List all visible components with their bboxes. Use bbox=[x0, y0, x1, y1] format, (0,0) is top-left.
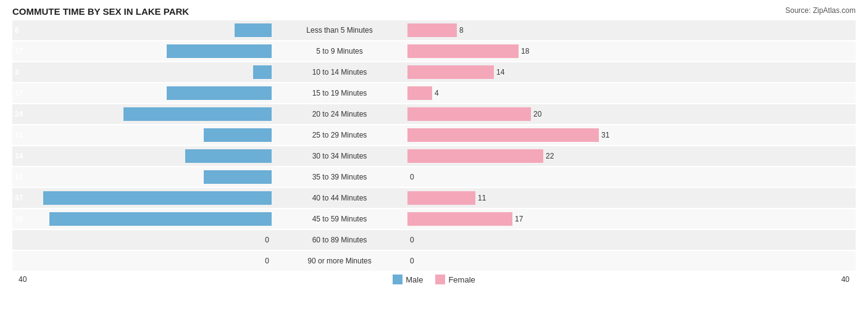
legend-male: Male bbox=[393, 275, 423, 284]
bar-label: 20 to 24 Minutes bbox=[272, 110, 407, 118]
female-value: 11 bbox=[478, 194, 486, 202]
female-value: 31 bbox=[601, 131, 609, 139]
left-section: 24 bbox=[12, 104, 272, 124]
female-bar bbox=[407, 128, 599, 142]
female-value: 0 bbox=[410, 257, 414, 265]
male-value: 11 bbox=[15, 173, 269, 181]
female-label: Female bbox=[448, 275, 475, 284]
female-value: 0 bbox=[410, 173, 414, 181]
female-bar bbox=[407, 86, 432, 100]
bar-label: 5 to 9 Minutes bbox=[272, 47, 407, 56]
female-value: 8 bbox=[459, 26, 464, 35]
female-bar bbox=[407, 107, 531, 121]
right-section: 14 bbox=[407, 62, 856, 82]
left-section: 36 bbox=[12, 209, 272, 229]
bar-row: 1715 to 19 Minutes4 bbox=[12, 83, 856, 103]
female-value: 20 bbox=[533, 110, 541, 118]
bar-label: 60 to 89 Minutes bbox=[272, 236, 407, 244]
bar-row: 090 or more Minutes0 bbox=[12, 251, 856, 271]
male-value: 3 bbox=[15, 68, 269, 76]
female-value: 22 bbox=[546, 152, 554, 160]
female-bar bbox=[407, 149, 543, 163]
bar-label: 15 to 19 Minutes bbox=[272, 89, 407, 97]
right-section: 18 bbox=[407, 41, 856, 61]
male-value: 17 bbox=[15, 47, 269, 56]
right-section: 20 bbox=[407, 104, 856, 124]
bar-label: 45 to 59 Minutes bbox=[272, 215, 407, 223]
female-value: 4 bbox=[435, 89, 439, 97]
female-value: 18 bbox=[521, 47, 529, 56]
left-section: 11 bbox=[12, 167, 272, 187]
right-section: 0 bbox=[407, 230, 856, 250]
male-value: 6 bbox=[15, 26, 269, 35]
axis-left-label: 40 bbox=[19, 275, 37, 284]
bar-row: 2420 to 24 Minutes20 bbox=[12, 104, 856, 124]
female-bar bbox=[407, 65, 494, 79]
left-section: 17 bbox=[12, 41, 272, 61]
male-value: 14 bbox=[15, 152, 269, 160]
male-value: 0 bbox=[265, 257, 269, 265]
right-section: 22 bbox=[407, 146, 856, 166]
bar-row: 6Less than 5 Minutes8 bbox=[12, 20, 856, 40]
male-value: 24 bbox=[15, 110, 269, 118]
female-value: 0 bbox=[410, 236, 414, 244]
right-section: 31 bbox=[407, 125, 856, 145]
left-section: 11 bbox=[12, 125, 272, 145]
bar-row: 310 to 14 Minutes14 bbox=[12, 62, 856, 82]
bar-row: 1430 to 34 Minutes22 bbox=[12, 146, 856, 166]
bar-row: 3645 to 59 Minutes17 bbox=[12, 209, 856, 229]
source-label: Source: ZipAtlas.com bbox=[785, 6, 856, 15]
title-row: COMMUTE TIME BY SEX IN LAKE PARK Source:… bbox=[12, 6, 856, 17]
female-value: 17 bbox=[515, 215, 523, 223]
male-value: 36 bbox=[15, 215, 269, 223]
male-value: 11 bbox=[15, 131, 269, 139]
bar-label: 25 to 29 Minutes bbox=[272, 131, 407, 139]
right-section: 0 bbox=[407, 251, 856, 271]
male-swatch bbox=[393, 275, 403, 284]
female-bar bbox=[407, 212, 512, 226]
right-section: 11 bbox=[407, 188, 856, 208]
female-bar bbox=[407, 44, 519, 58]
chart-title: COMMUTE TIME BY SEX IN LAKE PARK bbox=[12, 6, 189, 17]
bar-row: 060 to 89 Minutes0 bbox=[12, 230, 856, 250]
bar-label: Less than 5 Minutes bbox=[272, 26, 407, 35]
left-section: 37 bbox=[12, 188, 272, 208]
left-section: 0 bbox=[12, 251, 272, 271]
female-swatch bbox=[435, 275, 445, 284]
male-value: 37 bbox=[15, 194, 269, 202]
bar-label: 90 or more Minutes bbox=[272, 257, 407, 265]
legend-items: Male Female bbox=[393, 275, 475, 284]
bar-label: 35 to 39 Minutes bbox=[272, 173, 407, 181]
left-section: 3 bbox=[12, 62, 272, 82]
left-section: 6 bbox=[12, 20, 272, 40]
legend-female: Female bbox=[435, 275, 475, 284]
chart-area: 6Less than 5 Minutes8175 to 9 Minutes183… bbox=[12, 20, 856, 271]
bar-row: 1135 to 39 Minutes0 bbox=[12, 167, 856, 187]
male-value: 0 bbox=[265, 236, 269, 244]
right-section: 8 bbox=[407, 20, 856, 40]
axis-right-label: 40 bbox=[831, 275, 849, 284]
bar-row: 1125 to 29 Minutes31 bbox=[12, 125, 856, 145]
bar-row: 175 to 9 Minutes18 bbox=[12, 41, 856, 61]
left-section: 14 bbox=[12, 146, 272, 166]
bar-label: 40 to 44 Minutes bbox=[272, 194, 407, 202]
male-label: Male bbox=[406, 275, 423, 284]
left-section: 0 bbox=[12, 230, 272, 250]
bar-label: 30 to 34 Minutes bbox=[272, 152, 407, 160]
male-value: 17 bbox=[15, 89, 269, 97]
bar-row: 3740 to 44 Minutes11 bbox=[12, 188, 856, 208]
legend-row: 40 Male Female 40 bbox=[12, 275, 856, 284]
right-section: 0 bbox=[407, 167, 856, 187]
bar-label: 10 to 14 Minutes bbox=[272, 68, 407, 76]
right-section: 4 bbox=[407, 83, 856, 103]
right-section: 17 bbox=[407, 209, 856, 229]
female-value: 14 bbox=[496, 68, 504, 76]
left-section: 17 bbox=[12, 83, 272, 103]
female-bar bbox=[407, 23, 457, 37]
female-bar bbox=[407, 191, 475, 205]
